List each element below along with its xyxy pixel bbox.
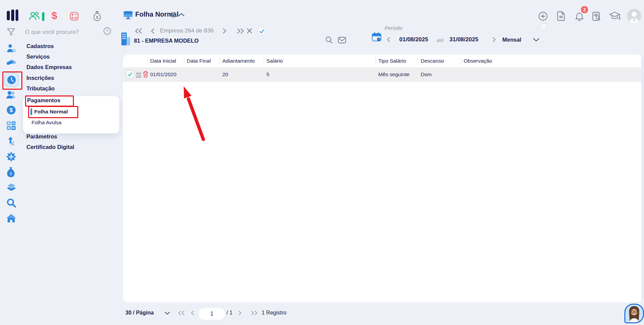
column-header-data-inicial[interactable]: Data Inicial: [150, 55, 176, 67]
people-module-icon[interactable]: [29, 11, 39, 21]
scrollbar[interactable]: [641, 58, 644, 299]
cell-adiantamento: 20: [222, 67, 228, 81]
money-bag-module-icon[interactable]: $: [93, 11, 101, 21]
previous-page-button[interactable]: [190, 310, 195, 316]
period-end-date[interactable]: 31/08/2025: [449, 36, 478, 43]
info-icon[interactable]: [170, 12, 176, 18]
period-checkbox[interactable]: [540, 23, 547, 30]
row-checkbox[interactable]: [126, 70, 134, 78]
divider: [63, 12, 65, 21]
column-header-observacao[interactable]: Observação: [464, 55, 492, 67]
cell-salario: 5: [266, 67, 269, 81]
sidebar-item-cadastros[interactable]: Cadastros: [26, 42, 54, 50]
next-company-button[interactable]: [222, 28, 227, 34]
sidebar-item-servicos[interactable]: Serviços: [26, 52, 50, 61]
education-cap-icon[interactable]: [609, 12, 620, 21]
add-button[interactable]: [538, 12, 548, 21]
column-header-adiantamento[interactable]: Adiantamento: [222, 55, 255, 67]
svg-text:$: $: [10, 172, 12, 176]
submenu-item-folha-normal[interactable]: Folha Normal: [34, 108, 68, 115]
layers-icon[interactable]: [6, 183, 17, 192]
cell-data-inicial: 01/01/2020: [150, 67, 177, 81]
row-drag-handle-icon[interactable]: [136, 72, 141, 79]
period-mode-select[interactable]: Mensal: [502, 37, 521, 43]
company-filter-checkbox[interactable]: [258, 27, 265, 35]
total-pages-label: / 1: [226, 310, 233, 316]
home-icon[interactable]: [6, 214, 16, 223]
notification-badge: 2: [580, 5, 589, 14]
page-size-select[interactable]: 30 / Página: [125, 310, 154, 316]
period-start-date[interactable]: 01/08/2025: [399, 36, 428, 43]
close-icon[interactable]: [247, 28, 252, 34]
audit-search-icon[interactable]: [592, 12, 601, 21]
column-divider: [264, 57, 264, 65]
last-company-button[interactable]: [236, 28, 245, 34]
user-avatar[interactable]: [627, 9, 641, 23]
column-header-salario[interactable]: Salário: [266, 55, 283, 67]
sidebar-item-pagamentos[interactable]: Pagamentos: [27, 96, 60, 105]
period-mode-chevron-down-icon[interactable]: [533, 38, 540, 42]
logo-bar: [7, 11, 10, 20]
money-bag-icon[interactable]: $: [6, 167, 15, 178]
next-page-button[interactable]: [238, 310, 242, 316]
handshake-icon[interactable]: [6, 58, 17, 67]
cell-descanso: Dom: [421, 67, 432, 81]
column-header-descanso[interactable]: Descanso: [421, 55, 444, 67]
previous-period-button[interactable]: [386, 37, 390, 42]
logo-bar: [11, 9, 14, 21]
search-module-icon[interactable]: [6, 198, 16, 208]
filter-icon[interactable]: [7, 28, 15, 36]
divider: [83, 12, 86, 21]
sidebar-item-dados-empresas[interactable]: Dados Empresas: [26, 63, 72, 71]
page-size-chevron-down-icon[interactable]: [164, 311, 170, 315]
last-page-button[interactable]: [250, 310, 258, 316]
column-header-tipo-salario[interactable]: Tipo Salário: [378, 55, 406, 67]
company-counter: Empresa 264 de 836: [160, 27, 214, 34]
gear-plus-icon[interactable]: [6, 152, 16, 162]
growth-percent-icon[interactable]: [7, 136, 16, 146]
dollar-circle-icon[interactable]: $: [6, 105, 16, 115]
sidebar-item-inscricoes[interactable]: Inscrições: [26, 74, 54, 82]
users-icon[interactable]: [6, 90, 17, 100]
cell-tipo-salario: Mês seguinte: [378, 67, 409, 81]
first-company-button[interactable]: [134, 28, 143, 34]
row-delete-icon[interactable]: [143, 71, 148, 78]
divider: [105, 7, 108, 21]
collapse-chevron-up-icon[interactable]: [178, 13, 185, 17]
sidebar-item-tributacao[interactable]: Tributação: [26, 84, 55, 93]
calculator-icon[interactable]: [6, 121, 16, 130]
sidebar-item-parametros[interactable]: Parâmetros: [26, 132, 57, 141]
period-label: Período: [385, 25, 403, 31]
calendar-icon: [371, 32, 382, 42]
clock-module-tile[interactable]: [4, 73, 19, 87]
calculator-module-icon[interactable]: [70, 12, 79, 21]
next-period-button[interactable]: [492, 37, 496, 42]
records-count: 1 Registro: [262, 310, 286, 316]
active-item-indicator: [31, 108, 32, 115]
column-divider: [220, 57, 220, 65]
previous-company-button[interactable]: [150, 28, 155, 34]
mail-icon[interactable]: [338, 37, 346, 43]
document-icon[interactable]: [557, 11, 566, 21]
sidebar-item-certificado-digital[interactable]: Certificado Digital: [26, 143, 74, 151]
clock-icon: [7, 75, 16, 85]
user-settings-icon[interactable]: [6, 43, 16, 53]
column-header-data-final[interactable]: Data Final: [187, 55, 211, 67]
finance-module-icon[interactable]: $: [52, 10, 57, 21]
svg-text:$: $: [96, 16, 98, 19]
company-search-icon[interactable]: [325, 36, 333, 44]
column-divider: [376, 57, 376, 65]
records-table: Data Inicial Data Final Adiantamento Sal…: [123, 55, 642, 302]
period-until-label: até: [437, 37, 444, 43]
building-icon: [121, 32, 131, 46]
first-page-button[interactable]: [177, 310, 185, 316]
help-icon[interactable]: ?: [103, 27, 111, 35]
column-divider: [461, 57, 461, 65]
table-row[interactable]: 01/01/2020 20 5 Mês seguinte Dom: [123, 67, 642, 82]
search-input[interactable]: [24, 28, 100, 36]
support-chat-avatar[interactable]: [624, 304, 644, 323]
svg-text:?: ?: [106, 28, 108, 34]
logo-bar: [16, 9, 18, 21]
submenu-item-folha-avulsa[interactable]: Folha Avulsa: [32, 119, 61, 126]
page-number-input[interactable]: [198, 307, 225, 320]
